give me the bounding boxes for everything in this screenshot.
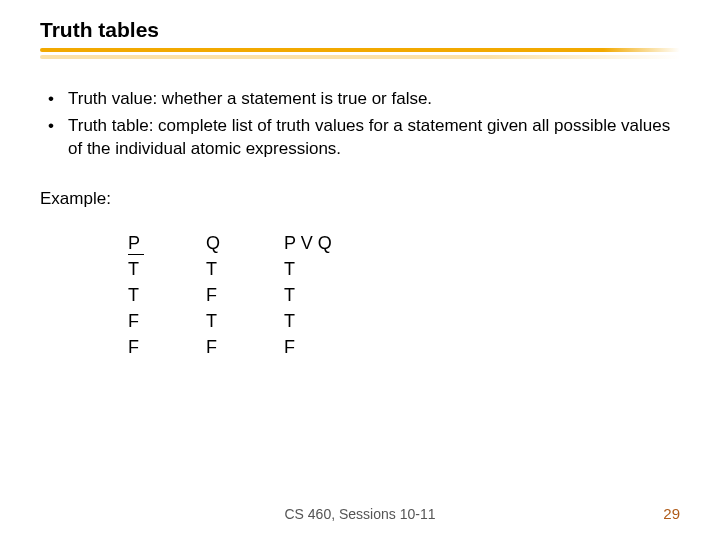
cell: T xyxy=(206,311,284,332)
truth-table: P Q P V Q T T T T F T F T T F F F xyxy=(128,231,680,361)
table-row: F F F xyxy=(128,335,680,361)
cell: T xyxy=(284,285,374,306)
table-row: F T T xyxy=(128,309,680,335)
footer-text: CS 460, Sessions 10-11 xyxy=(0,506,720,522)
bullet-list: Truth value: whether a statement is true… xyxy=(40,88,680,161)
cell: F xyxy=(206,337,284,358)
bullet-item: Truth table: complete list of truth valu… xyxy=(40,115,680,161)
example-label: Example: xyxy=(40,189,680,209)
table-row: T F T xyxy=(128,283,680,309)
cell: T xyxy=(206,259,284,280)
cell: T xyxy=(128,259,206,280)
col-header-pvq: P V Q xyxy=(284,233,332,253)
col-header-p: P xyxy=(128,234,144,255)
table-header-row: P Q P V Q xyxy=(128,231,680,257)
col-header-q: Q xyxy=(206,233,220,253)
cell: F xyxy=(206,285,284,306)
cell: T xyxy=(284,311,374,332)
cell: T xyxy=(128,285,206,306)
cell: T xyxy=(284,259,374,280)
cell: F xyxy=(128,311,206,332)
bullet-item: Truth value: whether a statement is true… xyxy=(40,88,680,111)
page-number: 29 xyxy=(663,505,680,522)
cell: F xyxy=(128,337,206,358)
cell: F xyxy=(284,337,374,358)
title-underline xyxy=(40,48,680,62)
slide-title: Truth tables xyxy=(40,18,680,42)
table-row: T T T xyxy=(128,257,680,283)
